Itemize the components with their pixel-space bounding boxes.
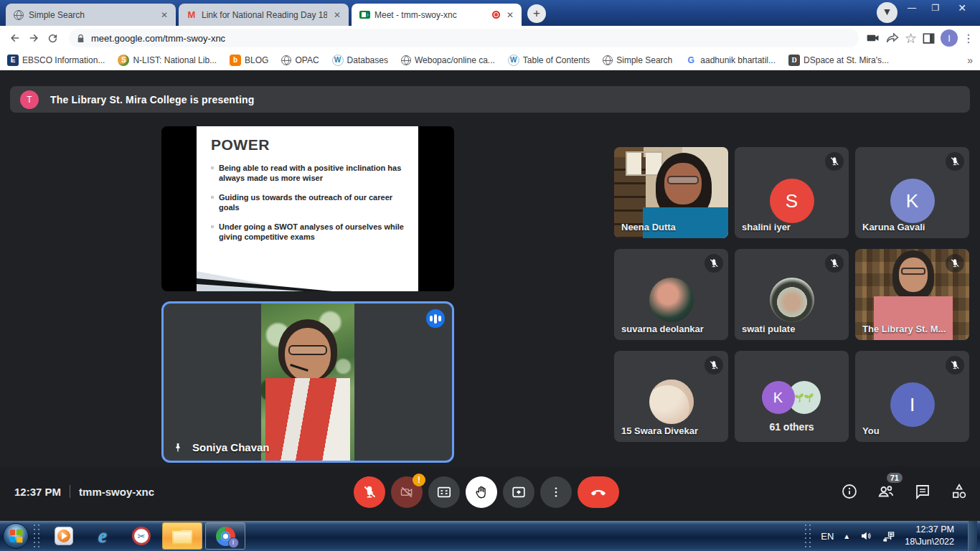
share-icon[interactable] <box>885 31 900 45</box>
tab-gmail-link[interactable]: M Link for National Reading Day 18 ✕ <box>179 4 349 26</box>
participant-tile-swara-divekar[interactable]: 15 Swara Divekar <box>614 351 728 442</box>
avatar-photo <box>649 380 694 424</box>
minimize-button[interactable]: — <box>900 0 923 16</box>
avatar-photo <box>649 278 694 322</box>
bookmark-opac[interactable]: OPAC <box>281 55 319 65</box>
start-button[interactable] <box>3 523 29 549</box>
meet-page: T The Library St. Mira College is presen… <box>0 70 980 521</box>
tab-close-icon[interactable]: ✕ <box>159 9 170 21</box>
volume-icon[interactable] <box>859 529 872 542</box>
slide: POWER Being able to read with a positive… <box>197 126 418 291</box>
taskbar-clock[interactable]: 12:37 PM 18\Jun\2022 <box>905 524 958 548</box>
more-options-button[interactable] <box>540 476 572 508</box>
avatar-photo <box>770 278 814 322</box>
chat-button[interactable] <box>914 483 931 500</box>
avatar: K <box>890 179 935 223</box>
bookmark-webopac[interactable]: Webopac/online ca... <box>401 55 495 65</box>
people-button[interactable]: 71 <box>877 482 895 501</box>
bookmark-blog[interactable]: b BLOG <box>230 55 268 66</box>
browser-titlebar: Simple Search ✕ M Link for National Read… <box>0 0 980 26</box>
network-icon[interactable] <box>882 529 895 543</box>
presenter-avatar: T <box>20 90 39 109</box>
participant-name: You <box>862 425 880 436</box>
show-desktop-button[interactable] <box>968 521 977 551</box>
avatar: S <box>770 179 814 223</box>
bookmark-aadhunik[interactable]: G aadhunik bhartatil... <box>685 55 776 66</box>
participant-name: Karuna Gavali <box>862 222 925 232</box>
snipping-tool-icon[interactable]: ✂ <box>129 524 154 548</box>
profile-avatar[interactable]: I <box>941 29 958 47</box>
bookmarks-overflow-icon[interactable]: » <box>967 55 973 66</box>
meeting-details-button[interactable] <box>841 483 858 500</box>
speaking-indicator-icon <box>426 309 445 328</box>
bookmark-nlist[interactable]: S N-LIST: National Lib... <box>118 55 217 66</box>
back-icon[interactable] <box>6 29 24 47</box>
tab-label: Meet - tmm-swoy-xnc <box>374 10 488 20</box>
forward-icon[interactable] <box>24 29 43 47</box>
address-bar[interactable]: meet.google.com/tmm-swoy-xnc <box>69 29 859 47</box>
url-text: meet.google.com/tmm-swoy-xnc <box>91 33 225 44</box>
raise-hand-button[interactable] <box>466 476 497 508</box>
slide-decoration <box>197 263 418 291</box>
browser-toolbar: meet.google.com/tmm-swoy-xnc ☆ I ⋮ <box>0 26 980 50</box>
captions-button[interactable] <box>428 476 460 508</box>
tab-simple-search[interactable]: Simple Search ✕ <box>6 4 176 26</box>
favicon: S <box>118 55 129 66</box>
participant-tile-neena-dutta[interactable]: Neena Dutta <box>614 147 728 238</box>
tab-close-icon[interactable]: ✕ <box>331 9 343 21</box>
windows-taskbar: e ✂ I EN ▲ 12:37 PM 18\Jun\2022 <box>0 521 980 551</box>
pinned-video-tile[interactable]: Soniya Chavan <box>161 301 454 463</box>
clock-text: 12:37 PM <box>14 486 61 498</box>
bookmark-star-icon[interactable]: ☆ <box>905 32 917 45</box>
bookmarks-bar: E EBSCO Information... S N-LIST: Nationa… <box>0 50 980 70</box>
internet-explorer-icon[interactable]: e <box>90 524 115 548</box>
tray-expand-icon[interactable]: ▲ <box>843 532 850 540</box>
favicon: W <box>508 55 519 66</box>
globe-icon <box>281 55 291 65</box>
mic-muted-icon <box>946 254 964 273</box>
bookmark-simple-search[interactable]: Simple Search <box>603 55 672 65</box>
slide-title: POWER <box>211 136 270 154</box>
side-panel-icon[interactable] <box>922 32 936 45</box>
mic-mute-button[interactable] <box>354 476 385 508</box>
new-tab-button[interactable]: + <box>527 4 546 23</box>
language-indicator[interactable]: EN <box>821 531 834 542</box>
participant-tile-others[interactable]: K 🌱🌱 61 others <box>735 351 849 442</box>
favicon: b <box>230 55 241 66</box>
presentation-tile[interactable]: POWER Being able to read with a positive… <box>161 126 454 291</box>
bookmark-dspace[interactable]: D DSpace at St. Mira's... <box>788 55 889 66</box>
participant-tile-swati-pulate[interactable]: swati pulate <box>735 249 849 340</box>
end-call-button[interactable] <box>578 476 619 508</box>
camera-off-button[interactable]: ! <box>391 476 423 508</box>
camera-in-use-icon[interactable] <box>866 31 880 45</box>
participant-name: 15 Swara Divekar <box>621 425 698 436</box>
restore-button[interactable]: ❐ <box>924 0 947 16</box>
people-count-badge: 71 <box>887 473 903 483</box>
present-screen-button[interactable] <box>503 476 534 508</box>
reload-icon[interactable] <box>43 29 62 47</box>
participant-tile-library[interactable]: The Library St. M... <box>855 249 969 340</box>
activities-button[interactable] <box>950 482 969 501</box>
bookmark-toc[interactable]: W Table of Contents <box>508 55 590 66</box>
participant-tile-suvarna-deolankar[interactable]: suvarna deolankar <box>614 249 728 340</box>
pin-icon <box>172 442 184 453</box>
tab-meet[interactable]: Meet - tmm-swoy-xnc ✕ <box>352 4 522 26</box>
close-button[interactable]: ✕ <box>948 0 976 16</box>
chrome-taskbar-button[interactable]: I <box>205 522 245 550</box>
meet-control-bar: 12:37 PM tmm-swoy-xnc ! <box>0 466 980 521</box>
participant-tile-you[interactable]: I You <box>855 351 969 442</box>
chevron-down-button[interactable]: ▼ <box>877 2 897 23</box>
participant-name: swati pulate <box>742 324 795 334</box>
tab-close-icon[interactable]: ✕ <box>504 9 516 21</box>
mic-muted-icon <box>825 254 844 273</box>
media-player-icon[interactable] <box>52 524 76 548</box>
file-explorer-taskbar-button[interactable] <box>162 522 202 550</box>
desktop-screen: Simple Search ✕ M Link for National Read… <box>0 0 980 551</box>
clock-time: 12:37 PM <box>905 524 954 536</box>
bookmark-databases[interactable]: W Databases <box>332 55 388 66</box>
mic-muted-icon <box>946 152 964 171</box>
bookmark-ebsco[interactable]: E EBSCO Information... <box>7 55 105 66</box>
participant-tile-karuna-gavali[interactable]: K Karuna Gavali <box>855 147 969 238</box>
browser-menu-icon[interactable]: ⋮ <box>963 32 974 45</box>
participant-tile-shalini-iyer[interactable]: S shalini iyer <box>735 147 849 238</box>
